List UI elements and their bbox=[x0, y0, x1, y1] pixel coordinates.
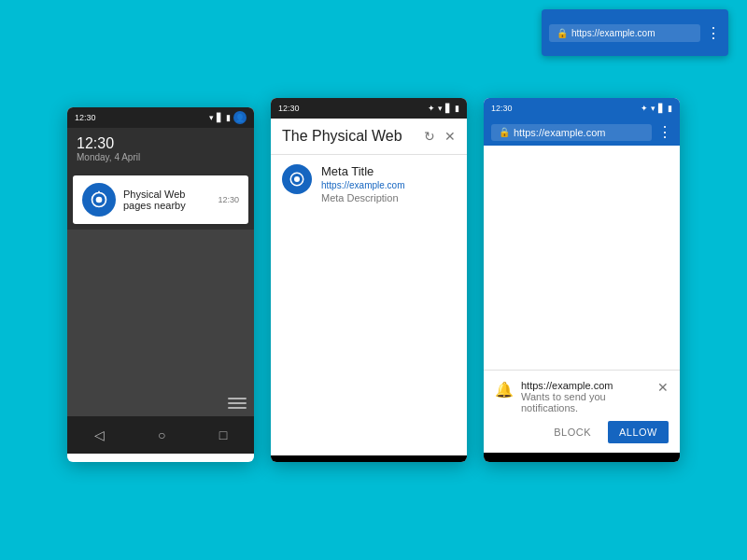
phone1-date: Monday, 4 April bbox=[77, 152, 140, 162]
bluetooth-icon: ✦ bbox=[428, 104, 435, 113]
close-panel-icon[interactable]: ✕ bbox=[444, 129, 456, 144]
battery-icon: ▮ bbox=[668, 104, 672, 113]
phone3-status-bar: 12:30 ✦ ▾ ▋ ▮ bbox=[484, 98, 680, 119]
phone3-nav-bar: ◁ ○ □ bbox=[484, 453, 680, 462]
browser-url-bar: 🔒 https://example.com ⋮ bbox=[484, 119, 680, 146]
back-button[interactable]: ◁ bbox=[94, 427, 105, 442]
lock-icon: 🔒 bbox=[499, 127, 510, 137]
phone1-header: 12:30 Monday, 4 April bbox=[67, 128, 254, 170]
permission-text: https://example.com Wants to send you no… bbox=[521, 380, 657, 413]
phone2-time: 12:30 bbox=[278, 104, 300, 113]
panel-header-icons: ↻ ✕ bbox=[424, 129, 456, 144]
bluetooth-icon: ✦ bbox=[641, 104, 648, 113]
mini-url-bar[interactable]: 🔒 https://example.com bbox=[549, 24, 700, 42]
phone1-time: 12:30 bbox=[75, 113, 96, 122]
phone3-time: 12:30 bbox=[491, 104, 513, 113]
phone1-status-icons: ▾ ▋ ▮ 👤 bbox=[209, 111, 247, 124]
wifi-icon: ▾ bbox=[209, 113, 214, 122]
notification-text: Physical Web pages nearby bbox=[123, 189, 210, 211]
lock-icon: 🔒 bbox=[557, 28, 568, 38]
home-button[interactable]: ○ bbox=[158, 427, 165, 442]
phone2-body bbox=[271, 213, 467, 455]
phone2-status-icons: ✦ ▾ ▋ ▮ bbox=[428, 104, 459, 113]
notification-permission-dialog: 🔔 https://example.com Wants to send you … bbox=[484, 370, 680, 453]
url-input[interactable]: 🔒 https://example.com bbox=[491, 124, 652, 141]
web-item-desc: Meta Description bbox=[321, 192, 456, 203]
phone1-notification-area: Physical Web pages nearby 12:30 bbox=[67, 170, 254, 230]
web-item-url: https://example.com bbox=[321, 180, 456, 190]
phone1-clock: 12:30 bbox=[77, 135, 140, 152]
signal-icon: ▋ bbox=[445, 104, 452, 113]
url-text: https://example.com bbox=[514, 127, 605, 138]
wifi-icon: ▾ bbox=[651, 104, 655, 113]
allow-button[interactable]: ALLOW bbox=[608, 421, 669, 443]
phone1-header-row: 12:30 Monday, 4 April bbox=[77, 135, 245, 162]
phone1-body bbox=[67, 230, 254, 416]
permission-desc: Wants to send you notifications. bbox=[521, 391, 657, 413]
notification-title: Physical Web pages nearby bbox=[123, 189, 210, 211]
account-icon: 👤 bbox=[233, 111, 247, 124]
browser-content bbox=[484, 146, 680, 370]
web-item-content: Meta Title https://example.com Meta Desc… bbox=[321, 164, 456, 203]
phone2-status-bar: 12:30 ✦ ▾ ▋ ▮ bbox=[271, 98, 467, 119]
signal-icon: ▋ bbox=[658, 104, 665, 113]
refresh-icon[interactable]: ↻ bbox=[424, 129, 435, 144]
more-menu-icon[interactable]: ⋮ bbox=[657, 123, 672, 141]
permission-info: 🔔 https://example.com Wants to send you … bbox=[495, 380, 657, 413]
battery-icon: ▮ bbox=[226, 113, 231, 122]
phone1-time-date: 12:30 Monday, 4 April bbox=[77, 135, 140, 162]
bell-icon: 🔔 bbox=[495, 381, 514, 399]
battery-icon: ▮ bbox=[455, 104, 459, 113]
web-item[interactable]: Meta Title https://example.com Meta Desc… bbox=[271, 155, 467, 213]
phone-1: 12:30 ▾ ▋ ▮ 👤 12:30 Monday, 4 April bbox=[67, 107, 254, 462]
notification-card[interactable]: Physical Web pages nearby 12:30 bbox=[73, 175, 248, 224]
phone-3: 12:30 ✦ ▾ ▋ ▮ 🔒 https://example.com ⋮ 🔔 … bbox=[484, 98, 680, 462]
signal-icon: ▋ bbox=[217, 113, 223, 122]
block-button[interactable]: BLOCK bbox=[544, 421, 600, 443]
phone-2: 12:30 ✦ ▾ ▋ ▮ The Physical Web ↻ ✕ bbox=[271, 98, 467, 462]
phone2-panel-header: The Physical Web ↻ ✕ bbox=[271, 119, 467, 155]
notification-time: 12:30 bbox=[218, 195, 239, 204]
recents-button[interactable]: □ bbox=[219, 427, 227, 442]
phone3-status-icons: ✦ ▾ ▋ ▮ bbox=[641, 104, 672, 113]
phone2-nav-bar: ◁ ○ □ bbox=[271, 455, 467, 462]
permission-buttons: BLOCK ALLOW bbox=[495, 421, 669, 443]
web-item-icon bbox=[282, 164, 312, 194]
permission-close-icon[interactable]: ✕ bbox=[657, 380, 669, 395]
mini-more-icon[interactable]: ⋮ bbox=[706, 24, 721, 42]
wifi-icon: ▾ bbox=[438, 104, 443, 113]
phones-container: 12:30 ▾ ▋ ▮ 👤 12:30 Monday, 4 April bbox=[67, 98, 680, 462]
physical-web-title: The Physical Web bbox=[282, 128, 402, 145]
hamburger-icon bbox=[228, 398, 247, 409]
permission-url: https://example.com bbox=[521, 380, 657, 391]
svg-point-4 bbox=[294, 176, 300, 182]
notification-app-icon bbox=[82, 183, 116, 217]
permission-header: 🔔 https://example.com Wants to send you … bbox=[495, 380, 669, 413]
svg-point-1 bbox=[96, 197, 103, 203]
mini-url-text: https://example.com bbox=[571, 28, 655, 38]
mini-browser-window: 🔒 https://example.com ⋮ bbox=[542, 9, 728, 56]
phone1-nav-bar: ◁ ○ □ bbox=[67, 416, 254, 454]
web-item-title: Meta Title bbox=[321, 164, 456, 178]
phone1-status-bar: 12:30 ▾ ▋ ▮ 👤 bbox=[67, 107, 254, 128]
